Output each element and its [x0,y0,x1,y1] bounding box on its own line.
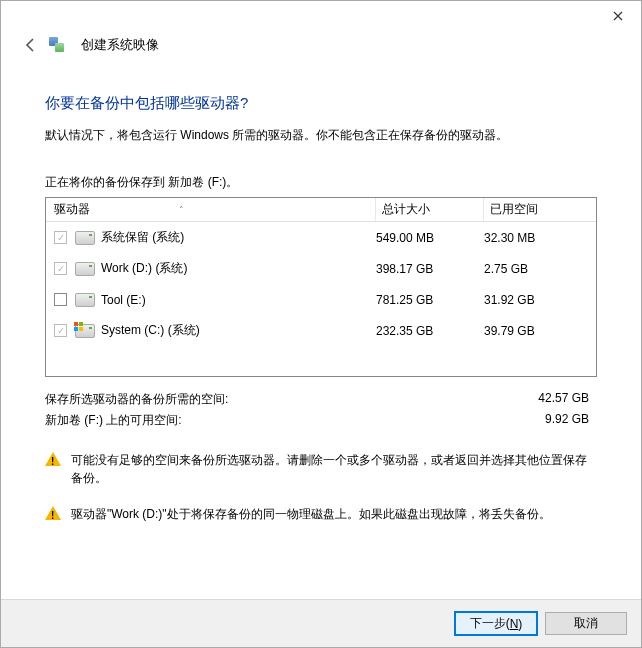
available-value: 9.92 GB [545,412,589,429]
sort-indicator-icon: ˄ [179,205,184,215]
drive-icon [75,324,95,338]
titlebar [1,1,641,31]
next-button[interactable]: 下一步(N) [455,612,537,635]
system-image-icon [49,37,67,55]
drive-total: 232.35 GB [376,324,484,338]
header: 创建系统映像 [1,31,641,66]
drive-checkbox: ✓ [54,324,67,337]
drive-used: 31.92 GB [484,293,596,307]
drive-icon [75,262,95,276]
close-icon [613,11,623,21]
drive-total: 781.25 GB [376,293,484,307]
save-destination: 正在将你的备份保存到 新加卷 (F:)。 [45,174,597,191]
drive-list-header[interactable]: 驱动器 ˄ 总计大小 已用空间 [46,198,596,222]
drive-used: 32.30 MB [484,231,596,245]
drive-row[interactable]: Tool (E:) 781.25 GB 31.92 GB [46,284,596,315]
drive-total: 549.00 MB [376,231,484,245]
warning-icon [45,452,61,468]
drive-total: 398.17 GB [376,262,484,276]
column-total: 总计大小 [382,201,430,218]
close-button[interactable] [595,1,641,31]
warning-text: 驱动器"Work (D:)"处于将保存备份的同一物理磁盘上。如果此磁盘出现故障，… [71,505,551,523]
drive-used: 39.79 GB [484,324,596,338]
back-button[interactable] [23,35,39,56]
drive-list: 驱动器 ˄ 总计大小 已用空间 ✓ 系统保留 (系统) 549.00 MB 32… [45,197,597,377]
drive-icon [75,293,95,307]
drive-checkbox: ✓ [54,231,67,244]
column-used: 已用空间 [490,201,538,218]
drive-name: Tool (E:) [101,293,146,307]
header-title: 创建系统映像 [81,37,159,54]
drive-row[interactable]: ✓ System (C:) (系统) 232.35 GB 39.79 GB [46,315,596,346]
column-drive: 驱动器 [54,201,90,218]
warning-icon [45,506,61,522]
drive-row[interactable]: ✓ 系统保留 (系统) 549.00 MB 32.30 MB [46,222,596,253]
warning-message: 可能没有足够的空间来备份所选驱动器。请删除一个或多个驱动器，或者返回并选择其他位… [45,451,597,487]
cancel-button[interactable]: 取消 [545,612,627,635]
drive-checkbox: ✓ [54,262,67,275]
page-question: 你要在备份中包括哪些驱动器? [45,94,597,113]
warning-message: 驱动器"Work (D:)"处于将保存备份的同一物理磁盘上。如果此磁盘出现故障，… [45,505,597,523]
drive-used: 2.75 GB [484,262,596,276]
needed-value: 42.57 GB [538,391,589,408]
page-description: 默认情况下，将包含运行 Windows 所需的驱动器。你不能包含正在保存备份的驱… [45,127,597,144]
needed-label: 保存所选驱动器的备份所需的空间: [45,391,228,408]
content: 你要在备份中包括哪些驱动器? 默认情况下，将包含运行 Windows 所需的驱动… [1,66,641,599]
drive-checkbox[interactable] [54,293,67,306]
footer: 下一步(N) 取消 [1,599,641,647]
drive-name: Work (D:) (系统) [101,260,187,277]
dialog-window: 创建系统映像 你要在备份中包括哪些驱动器? 默认情况下，将包含运行 Window… [0,0,642,648]
warning-text: 可能没有足够的空间来备份所选驱动器。请删除一个或多个驱动器，或者返回并选择其他位… [71,451,597,487]
drive-name: System (C:) (系统) [101,322,200,339]
drive-icon [75,231,95,245]
available-label: 新加卷 (F:) 上的可用空间: [45,412,182,429]
arrow-left-icon [23,37,39,53]
space-summary: 保存所选驱动器的备份所需的空间: 42.57 GB 新加卷 (F:) 上的可用空… [45,391,597,429]
drive-row[interactable]: ✓ Work (D:) (系统) 398.17 GB 2.75 GB [46,253,596,284]
drive-name: 系统保留 (系统) [101,229,184,246]
